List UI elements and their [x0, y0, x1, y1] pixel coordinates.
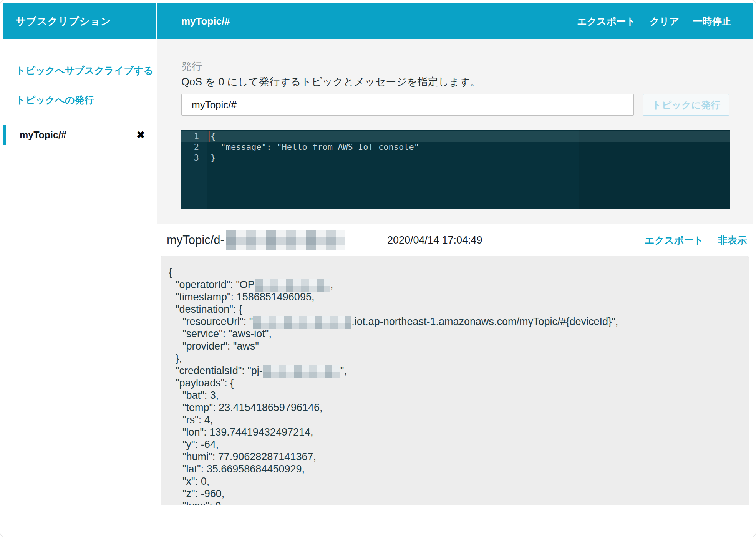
json-line: "provider": "aws": [169, 340, 749, 352]
json-text: ",: [340, 365, 347, 376]
json-line: "resourceUrl": ".iot.ap-northeast-1.amaz…: [169, 315, 749, 328]
editor-line: 3}: [181, 152, 730, 163]
json-line: "bat": 3,: [169, 389, 749, 401]
json-text: .iot.ap-northeast-1.amazonaws.com/myTopi…: [351, 316, 618, 327]
json-line: "type": 0: [169, 500, 749, 505]
json-text: "type": 0: [182, 500, 221, 505]
message-timestamp: 2020/04/14 17:04:49: [387, 234, 482, 246]
publish-row: トピックに発行: [181, 94, 753, 116]
json-text: "y": -64,: [182, 439, 219, 450]
message-topic-prefix: myTopic/d-: [167, 233, 224, 247]
code-text: }: [207, 152, 216, 163]
publish-to-topic-button[interactable]: トピックに発行: [643, 94, 729, 116]
json-text: "service": "aws-iot",: [182, 328, 272, 340]
json-text: },: [176, 353, 182, 364]
topic-input[interactable]: [181, 94, 634, 116]
json-text: "rs": 4,: [182, 414, 213, 426]
publish-section: 発行 QoS を 0 にして発行するトピックとメッセージを指定します。 トピック…: [157, 39, 753, 224]
json-line: "timestamp": 1586851496095,: [169, 291, 749, 303]
json-line: "x": 0,: [169, 475, 749, 487]
json-text: "bat": 3,: [182, 389, 219, 401]
editor-line: 1{: [181, 131, 730, 142]
line-number: 1: [181, 131, 207, 142]
clear-button[interactable]: クリア: [650, 15, 679, 28]
received-messages-section: myTopic/d- 2020/04/14 17:04:49 エクスポート 非表…: [157, 224, 753, 505]
pause-button[interactable]: 一時停止: [693, 15, 731, 28]
json-text: "x": 0,: [182, 476, 209, 487]
json-text: "payloads": {: [176, 377, 234, 389]
json-line: "destination": {: [169, 303, 749, 315]
code-text: "message": "Hello from AWS IoT console": [207, 142, 419, 152]
publish-description: QoS を 0 にして発行するトピックとメッセージを指定します。: [181, 76, 753, 88]
redacted-value: [253, 316, 351, 329]
editor-lines: 1{2 "message": "Hello from AWS IoT conso…: [181, 131, 730, 163]
publish-heading: 発行: [181, 60, 753, 73]
json-text: "z": -960,: [182, 488, 224, 499]
line-number: 2: [181, 142, 207, 152]
json-line: "z": -960,: [169, 487, 749, 500]
json-text: "temp": 23.415418659796146,: [182, 402, 322, 413]
json-text: "provider": "aws": [182, 340, 259, 352]
message-payload-box: {"operatorId": "OP,"timestamp": 15868514…: [161, 256, 749, 505]
json-text: "lon": 139.74419432497214,: [182, 426, 313, 438]
json-text: "credentialsId": "pj-: [176, 365, 263, 376]
subscriptions-sidebar: サブスクリプション トピックへサブスクライブする トピックへの発行 myTopi…: [3, 3, 156, 537]
text-cursor: [209, 131, 210, 142]
subscription-label: myTopic/#: [20, 129, 66, 141]
subscribe-to-topic-link[interactable]: トピックへサブスクライブする: [16, 64, 156, 77]
json-text: ,: [330, 279, 333, 290]
line-number: 3: [181, 152, 207, 163]
aws-iot-mqtt-test-client: サブスクリプション トピックへサブスクライブする トピックへの発行 myTopi…: [0, 0, 756, 537]
json-text: "operatorId": "OP: [176, 279, 255, 290]
json-line: },: [169, 352, 749, 365]
main-panel: myTopic/# エクスポート クリア 一時停止 発行 QoS を 0 にして…: [157, 3, 753, 537]
export-button[interactable]: エクスポート: [577, 15, 636, 28]
header-actions: エクスポート クリア 一時停止: [577, 15, 731, 28]
json-line: "humi": 77.90628287141367,: [169, 451, 749, 463]
topic-header: myTopic/# エクスポート クリア 一時停止: [157, 3, 753, 39]
redacted-value: [263, 365, 340, 378]
json-line: "temp": 23.415418659796146,: [169, 401, 749, 414]
close-icon[interactable]: ✖: [136, 130, 145, 140]
json-line: "lon": 139.74419432497214,: [169, 426, 749, 438]
json-text: "destination": {: [176, 303, 242, 315]
json-line: "payloads": {: [169, 377, 749, 389]
json-text: "humi": 77.90628287141367,: [182, 451, 316, 462]
json-line: "y": -64,: [169, 438, 749, 451]
publish-to-topic-link[interactable]: トピックへの発行: [16, 94, 156, 106]
message-hide-button[interactable]: 非表示: [718, 234, 747, 247]
editor-line: 2 "message": "Hello from AWS IoT console…: [181, 142, 730, 152]
json-text: "timestamp": 1586851496095,: [176, 291, 314, 303]
redacted-device-id: [226, 230, 345, 250]
topic-title: myTopic/#: [181, 15, 230, 27]
message-export-button[interactable]: エクスポート: [645, 234, 703, 247]
message-json: {"operatorId": "OP,"timestamp": 15868514…: [169, 266, 749, 505]
json-text: "lat": 35.66958684450929,: [182, 463, 305, 475]
json-line: {: [169, 266, 749, 278]
redacted-value: [255, 279, 330, 292]
json-text: {: [169, 267, 172, 278]
sidebar-title: サブスクリプション: [3, 3, 156, 39]
message-topic: myTopic/d-: [167, 230, 345, 250]
json-line: "lat": 35.66958684450929,: [169, 463, 749, 475]
json-line: "credentialsId": "pj-",: [169, 365, 749, 377]
json-line: "operatorId": "OP,: [169, 278, 749, 291]
code-text: {: [207, 131, 216, 142]
json-line: "rs": 4,: [169, 414, 749, 426]
active-indicator: [3, 125, 6, 145]
subscription-item-mytopic[interactable]: myTopic/# ✖: [3, 125, 156, 145]
json-line: "service": "aws-iot",: [169, 328, 749, 340]
message-actions: エクスポート 非表示: [645, 234, 747, 247]
message-header: myTopic/d- 2020/04/14 17:04:49 エクスポート 非表…: [157, 224, 753, 256]
json-text: "resourceUrl": ": [182, 316, 253, 327]
message-editor[interactable]: 1{2 "message": "Hello from AWS IoT conso…: [181, 130, 730, 209]
